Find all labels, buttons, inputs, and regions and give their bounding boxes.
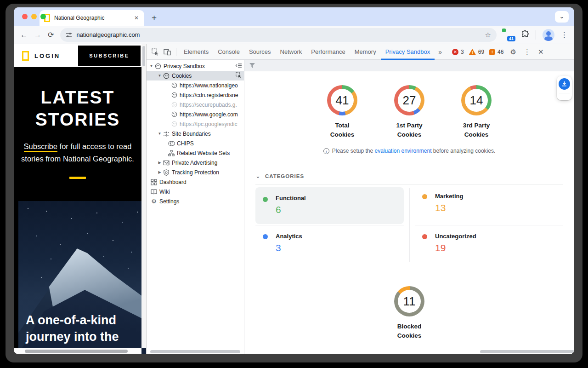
webpage-viewport: LOGIN SUBSCRIBE LATEST STORIES Subscribe… [14,44,146,354]
browser-menu-kebab-icon[interactable]: ⋮ [561,31,568,39]
minimize-window-button[interactable] [31,14,37,19]
tree-item-site-boundaries[interactable]: ▼ Site Boundaries [147,129,244,138]
subscribe-link[interactable]: Subscribe [24,142,57,152]
blocked-cookies-donut: 11 [394,286,424,316]
devtools-menu-kebab-icon[interactable]: ⋮ [520,48,534,56]
tree-item-settings[interactable]: ⚙ Settings [147,196,244,206]
extension-badge: 41 [506,35,516,42]
collapsed-arrow-icon[interactable]: ▶ [157,170,163,174]
total-cookies-label: Total Cookies [326,121,359,139]
stars-decoration [28,208,28,209]
page-vertical-scrollbar[interactable] [141,44,146,348]
error-icon[interactable]: ✕ [452,49,458,55]
devtools-close-icon[interactable]: ✕ [534,48,548,56]
tree-item-cookie-url-1[interactable]: https://www.nationalgeo [147,80,244,90]
hero-subtitle: Subscribe for full access to read storie… [14,140,141,165]
category-functional[interactable]: Functional 6 [255,187,404,224]
tree-item-related-website-sets[interactable]: Related Website Sets [147,148,244,158]
tree-item-cookie-url-5[interactable]: https://tpc.googlesyndic [147,119,244,129]
inspect-element-icon[interactable] [149,46,161,58]
tree-label: https://securepubads.g. [180,102,237,108]
tab-search-chevron-button[interactable]: ⌄ [555,11,569,23]
tree-item-chips[interactable]: CHIPS [147,138,244,148]
error-count[interactable]: 3 [461,49,464,55]
address-bar[interactable]: nationalgeographic.com ☆ [60,28,497,42]
tree-item-wiki[interactable]: Wiki [147,187,244,196]
subscribe-button[interactable]: SUBSCRIBE [78,46,141,66]
tab-performance[interactable]: Performance [306,44,350,60]
tab-close-icon[interactable]: ✕ [133,15,140,21]
browser-tab[interactable]: National Geographic ✕ [40,10,144,26]
tree-item-cookies[interactable]: ▼ Cookies [147,71,244,80]
tab-privacy-sandbox[interactable]: Privacy Sandbox [381,44,435,60]
back-button[interactable]: ← [20,31,28,39]
tab-memory[interactable]: Memory [350,44,381,60]
extensions-puzzle-icon[interactable] [520,30,529,39]
tree-item-privacy-sandbox[interactable]: ▼ Privacy Sandbox [147,61,244,71]
tree-horizontal-scroll-thumb[interactable] [150,350,240,353]
privacy-sandbox-main-panel: 41 Total Cookies 27 1st Party Cookies [244,60,574,354]
issues-count[interactable]: 46 [498,49,503,55]
bookmark-star-icon[interactable]: ☆ [485,31,491,39]
warning-count[interactable]: 69 [478,49,484,55]
reload-button[interactable]: ⟳ [48,30,54,39]
category-analytics[interactable]: Analytics 3 [255,225,404,264]
devtools-settings-gear-icon[interactable]: ⚙ [506,48,520,56]
panel-horizontal-scroll-thumb[interactable] [480,350,574,353]
more-tabs-chevron-icon[interactable]: » [435,48,446,56]
cookie-icon [170,82,178,88]
expand-arrow-icon[interactable]: ▼ [148,64,154,68]
site-settings-tune-icon[interactable] [66,32,72,38]
tab-console[interactable]: Console [213,44,244,60]
tree-item-cookie-url-2[interactable]: https://cdn.registerdisne [147,90,244,100]
close-window-button[interactable] [22,14,28,19]
first-party-cookies-donut: 27 [394,85,424,115]
tree-item-cookie-url-4[interactable]: https://www.google.com [147,109,244,119]
info-icon: i [323,148,329,154]
expand-arrow-icon[interactable]: ▼ [157,74,163,78]
related-website-sets-icon [168,150,175,156]
url-text[interactable]: nationalgeographic.com [76,31,481,38]
tree-label: CHIPS [177,140,194,147]
collapsed-arrow-icon[interactable]: ▶ [157,161,163,165]
extension-status-dot [502,29,506,32]
category-uncategorized[interactable]: Uncategorized 19 [415,225,563,264]
story-card[interactable]: A one-of-a-kind journey into the Amazon [18,201,146,354]
tree-item-tracking-protection[interactable]: ▶ Tracking Protection [147,167,244,177]
issues-icon[interactable]: ! [489,49,495,55]
login-button[interactable]: LOGIN [34,52,60,59]
tree-item-private-advertising[interactable]: ▶ Private Advertising [147,158,244,167]
tree-item-cookie-url-3[interactable]: https://securepubads.g. [147,100,244,109]
page-vertical-scroll-thumb[interactable] [142,46,145,66]
categories-grid: Functional 6 Marketing 13 Analytics [255,185,563,264]
floating-action-rail [557,76,572,100]
natgeo-logo[interactable] [22,51,29,61]
evaluation-environment-link[interactable]: evaluation environment [374,148,431,154]
expand-arrow-icon[interactable]: ▼ [157,132,163,136]
inspect-small-icon[interactable] [236,72,242,80]
warning-icon[interactable]: ! [469,49,476,55]
profile-avatar[interactable] [543,29,554,41]
download-report-button[interactable] [559,78,570,90]
privacy-sandbox-icon [154,63,162,69]
chips-cookies-icon [168,140,175,147]
category-marketing[interactable]: Marketing 13 [415,185,563,225]
tab-elements[interactable]: Elements [179,44,213,60]
cookie-icon [163,73,170,79]
macos-traffic-lights [22,14,46,19]
categories-header[interactable]: ⌄ CATEGORIES [255,172,563,184]
page-horizontal-scrollbar[interactable] [14,348,141,354]
collapse-chevron-icon[interactable]: ⌄ [255,172,260,179]
zoom-window-button[interactable] [40,14,46,19]
page-horizontal-scroll-thumb[interactable] [25,350,128,353]
filter-funnel-icon[interactable] [249,63,255,69]
new-tab-button[interactable]: + [152,13,157,23]
extension-button[interactable]: 41 [503,29,514,40]
tree-item-dashboard[interactable]: Dashboard [147,177,244,187]
wiki-book-icon [150,189,158,195]
tab-sources[interactable]: Sources [244,44,276,60]
collapse-sidebar-icon[interactable] [235,63,242,70]
forward-button[interactable]: → [34,31,41,39]
device-toolbar-icon[interactable] [161,46,173,58]
tab-network[interactable]: Network [276,44,307,60]
